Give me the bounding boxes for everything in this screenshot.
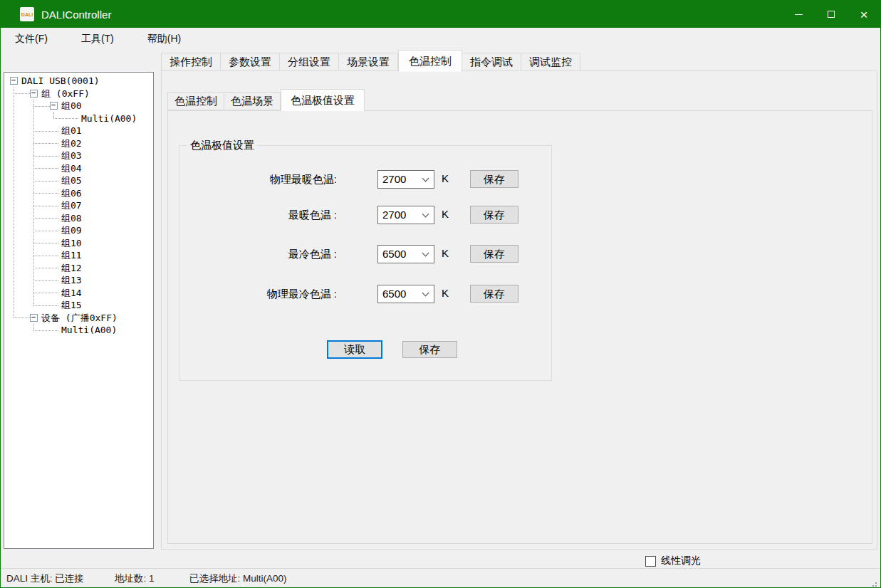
resize-grip[interactable]	[875, 582, 877, 584]
read-button[interactable]: 读取	[327, 340, 382, 359]
linear-dimming-checkbox[interactable]: 线性调光	[645, 555, 701, 567]
tree-connector	[33, 293, 58, 293]
tree-item-label: DALI USB(0001)	[21, 75, 100, 87]
tree-item[interactable]: 组13	[4, 274, 153, 287]
chevron-down-icon	[422, 290, 429, 297]
main-tab-1[interactable]: 参数设置	[221, 53, 280, 71]
temp-combobox-0[interactable]: 2700	[377, 170, 434, 189]
checkbox-label: 线性调光	[661, 555, 701, 567]
tree-item[interactable]: 组06	[4, 187, 153, 200]
row-save-button-2[interactable]: 保存	[470, 245, 518, 263]
main-tabstrip: 操作控制参数设置分组设置场景设置色温控制指令调试调试监控	[161, 52, 580, 71]
temp-setting-row: 物理最暖色温:2700K保存	[179, 169, 551, 189]
status-item-0: DALI 主机: 已连接	[6, 572, 84, 585]
main-tab-4[interactable]: 色温控制	[398, 50, 462, 72]
save-all-button[interactable]: 保存	[402, 341, 457, 358]
tree-item[interactable]: 组04	[4, 162, 153, 175]
tree-item[interactable]: 组11	[4, 249, 153, 262]
tree-connector	[53, 118, 78, 119]
sub-tab-1[interactable]: 色温场景	[224, 92, 281, 110]
row-save-button-0[interactable]: 保存	[470, 170, 518, 188]
window-title: DALIController	[41, 9, 111, 21]
minimize-button[interactable]	[782, 1, 815, 28]
temp-label-2: 最冷色温 :	[179, 244, 337, 264]
status-item-1: 地址数: 1	[115, 572, 155, 585]
tree-item-label: 组10	[61, 238, 82, 249]
sub-tab-0[interactable]: 色温控制	[167, 92, 224, 110]
tree-connector	[33, 131, 58, 132]
row-save-button-1[interactable]: 保存	[470, 206, 518, 224]
tree-connector	[33, 280, 58, 281]
statusbar: DALI 主机: 已连接地址数: 1已选择地址: Multi(A00)	[1, 568, 880, 587]
row-save-button-3[interactable]: 保存	[470, 285, 518, 303]
main-tab-5[interactable]: 指令调试	[462, 53, 521, 71]
tree-item[interactable]: Multi(A00)	[4, 112, 153, 125]
sub-tab-2[interactable]: 色温极值设置	[281, 89, 365, 111]
tree-item[interactable]: 组07	[4, 199, 153, 212]
main-tab-3[interactable]: 场景设置	[339, 53, 398, 71]
tree-item[interactable]: 组05	[4, 174, 153, 187]
tree-item[interactable]: 组14	[4, 287, 153, 300]
tree-item[interactable]: 组02	[4, 137, 153, 150]
temp-setting-row: 最冷色温 :6500K保存	[179, 244, 551, 264]
tree-connector	[33, 231, 58, 231]
tree-connector	[33, 143, 58, 144]
tree-item[interactable]: −组00	[4, 100, 153, 112]
main-tab-6[interactable]: 调试监控	[521, 53, 580, 71]
tree-expander-icon[interactable]: −	[30, 314, 38, 322]
tree-item-label: 组09	[61, 225, 82, 236]
app-icon: DALI	[20, 7, 34, 21]
tree-item-label: 组01	[61, 125, 82, 137]
temp-label-0: 物理最暖色温:	[179, 169, 337, 189]
tree-item-label: 组 (0xFF)	[41, 88, 90, 100]
tree-item[interactable]: 组10	[4, 237, 153, 250]
tree-item-label: 组00	[61, 100, 82, 112]
combo-value: 6500	[382, 248, 406, 260]
status-item-2: 已选择地址: Multi(A00)	[189, 572, 287, 585]
tree-item[interactable]: 组09	[4, 224, 153, 237]
temp-setting-row: 最暖色温 :2700K保存	[179, 205, 551, 225]
tree-connector	[33, 106, 50, 107]
device-tree-panel: −DALI USB(0001)−组 (0xFF)−组00Multi(A00)组0…	[4, 72, 154, 549]
tree-item[interactable]: 组08	[4, 212, 153, 225]
sub-tabstrip: 色温控制色温场景色温极值设置	[167, 91, 365, 110]
checkbox-icon	[645, 556, 656, 567]
tree-item[interactable]: 组12	[4, 262, 153, 275]
tree-connector	[33, 305, 58, 306]
menu-item-2[interactable]: 帮助(H)	[139, 29, 189, 49]
tree-connector	[33, 206, 58, 206]
main-tab-0[interactable]: 操作控制	[161, 53, 221, 71]
tree-item-label: 组13	[61, 275, 82, 286]
tree-item-label: 组06	[61, 188, 82, 199]
tree-expander-icon[interactable]: −	[30, 90, 38, 98]
tree-expander-icon[interactable]: −	[10, 77, 18, 85]
chevron-down-icon	[422, 211, 429, 218]
groupbox-title: 色温极值设置	[187, 139, 258, 152]
close-button[interactable]: ×	[848, 1, 880, 28]
combo-value: 2700	[382, 173, 406, 185]
tree-item[interactable]: Multi(A00)	[4, 324, 153, 337]
tree-item[interactable]: 组03	[4, 149, 153, 162]
menu-item-0[interactable]: 文件(F)	[6, 29, 56, 49]
main-tab-2[interactable]: 分组设置	[280, 53, 339, 71]
menu-item-1[interactable]: 工具(T)	[73, 29, 122, 49]
temp-label-3: 物理最冷色温 :	[179, 284, 337, 304]
tree-item-label: Multi(A00)	[81, 113, 137, 125]
tree-connector	[33, 218, 58, 219]
tree-connector	[33, 100, 34, 305]
temp-combobox-1[interactable]: 2700	[377, 206, 434, 224]
tree-connector	[33, 193, 58, 194]
tree-item-label: 组07	[61, 200, 82, 211]
tree-item-label: 组03	[61, 150, 82, 162]
tree-item[interactable]: 组15	[4, 299, 153, 312]
tree-expander-icon[interactable]: −	[50, 102, 58, 110]
sub-tab-page: 色温极值设置 物理最暖色温:2700K保存最暖色温 :2700K保存最冷色温 :…	[167, 110, 872, 544]
tree-item-label: 组11	[61, 250, 82, 261]
maximize-button[interactable]	[815, 1, 848, 28]
tree-item[interactable]: −DALI USB(0001)	[4, 75, 153, 88]
temp-combobox-3[interactable]: 6500	[377, 285, 434, 303]
menubar: 文件(F)工具(T)帮助(H)	[1, 28, 880, 51]
app-window: DALI DALIController × 文件(F)工具(T)帮助(H) −D…	[0, 0, 881, 588]
tree-item[interactable]: 组01	[4, 125, 153, 137]
temp-combobox-2[interactable]: 6500	[377, 245, 434, 263]
